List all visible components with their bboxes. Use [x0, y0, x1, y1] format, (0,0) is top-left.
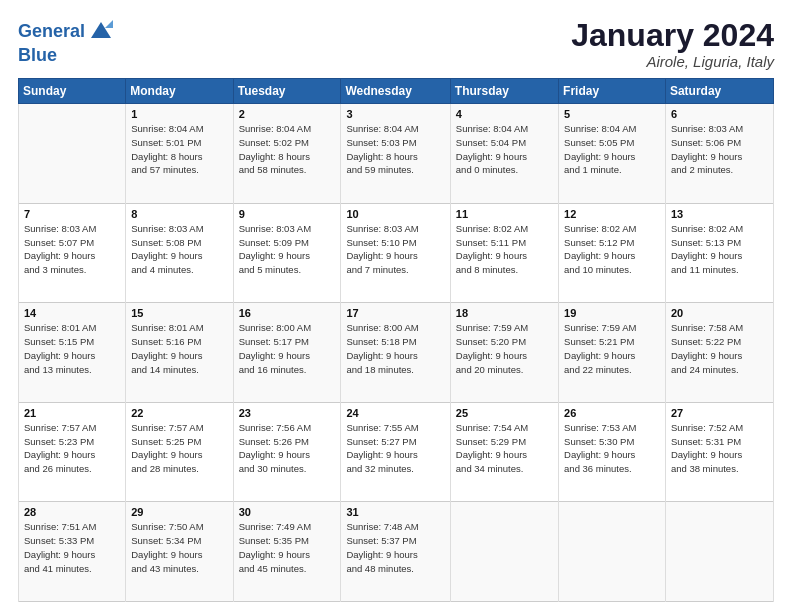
day-info: Sunrise: 8:04 AM Sunset: 5:05 PM Dayligh…: [564, 122, 660, 177]
day-info: Sunrise: 8:01 AM Sunset: 5:16 PM Dayligh…: [131, 321, 227, 376]
day-info: Sunrise: 8:00 AM Sunset: 5:17 PM Dayligh…: [239, 321, 336, 376]
day-number: 17: [346, 307, 444, 319]
day-number: 11: [456, 208, 553, 220]
day-info: Sunrise: 7:52 AM Sunset: 5:31 PM Dayligh…: [671, 421, 768, 476]
day-cell: 14Sunrise: 8:01 AM Sunset: 5:15 PM Dayli…: [19, 303, 126, 403]
day-info: Sunrise: 8:04 AM Sunset: 5:02 PM Dayligh…: [239, 122, 336, 177]
day-cell: 23Sunrise: 7:56 AM Sunset: 5:26 PM Dayli…: [233, 402, 341, 502]
day-number: 31: [346, 506, 444, 518]
day-info: Sunrise: 8:03 AM Sunset: 5:06 PM Dayligh…: [671, 122, 768, 177]
day-number: 21: [24, 407, 120, 419]
day-info: Sunrise: 8:01 AM Sunset: 5:15 PM Dayligh…: [24, 321, 120, 376]
week-row-2: 7Sunrise: 8:03 AM Sunset: 5:07 PM Daylig…: [19, 203, 774, 303]
day-number: 6: [671, 108, 768, 120]
day-info: Sunrise: 8:04 AM Sunset: 5:01 PM Dayligh…: [131, 122, 227, 177]
day-cell: 11Sunrise: 8:02 AM Sunset: 5:11 PM Dayli…: [450, 203, 558, 303]
day-cell: 18Sunrise: 7:59 AM Sunset: 5:20 PM Dayli…: [450, 303, 558, 403]
day-cell: 20Sunrise: 7:58 AM Sunset: 5:22 PM Dayli…: [665, 303, 773, 403]
day-number: 20: [671, 307, 768, 319]
day-number: 30: [239, 506, 336, 518]
week-row-5: 28Sunrise: 7:51 AM Sunset: 5:33 PM Dayli…: [19, 502, 774, 602]
day-number: 19: [564, 307, 660, 319]
day-cell: 21Sunrise: 7:57 AM Sunset: 5:23 PM Dayli…: [19, 402, 126, 502]
day-cell: 5Sunrise: 8:04 AM Sunset: 5:05 PM Daylig…: [559, 104, 666, 204]
col-header-monday: Monday: [126, 79, 233, 104]
day-number: 4: [456, 108, 553, 120]
location-title: Airole, Liguria, Italy: [571, 53, 774, 70]
day-number: 24: [346, 407, 444, 419]
day-cell: 1Sunrise: 8:04 AM Sunset: 5:01 PM Daylig…: [126, 104, 233, 204]
page: General Blue January 2024 Airole, Liguri…: [0, 0, 792, 612]
day-info: Sunrise: 8:04 AM Sunset: 5:03 PM Dayligh…: [346, 122, 444, 177]
day-info: Sunrise: 8:03 AM Sunset: 5:08 PM Dayligh…: [131, 222, 227, 277]
day-number: 8: [131, 208, 227, 220]
logo: General Blue: [18, 18, 115, 66]
day-number: 16: [239, 307, 336, 319]
day-cell: 3Sunrise: 8:04 AM Sunset: 5:03 PM Daylig…: [341, 104, 450, 204]
day-info: Sunrise: 8:02 AM Sunset: 5:13 PM Dayligh…: [671, 222, 768, 277]
day-cell: 31Sunrise: 7:48 AM Sunset: 5:37 PM Dayli…: [341, 502, 450, 602]
header-row: SundayMondayTuesdayWednesdayThursdayFrid…: [19, 79, 774, 104]
day-cell: 22Sunrise: 7:57 AM Sunset: 5:25 PM Dayli…: [126, 402, 233, 502]
day-number: 9: [239, 208, 336, 220]
day-cell: 9Sunrise: 8:03 AM Sunset: 5:09 PM Daylig…: [233, 203, 341, 303]
day-info: Sunrise: 7:53 AM Sunset: 5:30 PM Dayligh…: [564, 421, 660, 476]
day-number: 18: [456, 307, 553, 319]
day-cell: 24Sunrise: 7:55 AM Sunset: 5:27 PM Dayli…: [341, 402, 450, 502]
day-info: Sunrise: 8:02 AM Sunset: 5:11 PM Dayligh…: [456, 222, 553, 277]
day-info: Sunrise: 8:03 AM Sunset: 5:09 PM Dayligh…: [239, 222, 336, 277]
header: General Blue January 2024 Airole, Liguri…: [18, 18, 774, 70]
day-number: 2: [239, 108, 336, 120]
day-number: 25: [456, 407, 553, 419]
day-info: Sunrise: 7:57 AM Sunset: 5:23 PM Dayligh…: [24, 421, 120, 476]
day-number: 12: [564, 208, 660, 220]
day-info: Sunrise: 7:59 AM Sunset: 5:20 PM Dayligh…: [456, 321, 553, 376]
day-info: Sunrise: 7:59 AM Sunset: 5:21 PM Dayligh…: [564, 321, 660, 376]
day-cell: 25Sunrise: 7:54 AM Sunset: 5:29 PM Dayli…: [450, 402, 558, 502]
day-info: Sunrise: 8:00 AM Sunset: 5:18 PM Dayligh…: [346, 321, 444, 376]
day-number: 5: [564, 108, 660, 120]
day-cell: 30Sunrise: 7:49 AM Sunset: 5:35 PM Dayli…: [233, 502, 341, 602]
day-info: Sunrise: 7:48 AM Sunset: 5:37 PM Dayligh…: [346, 520, 444, 575]
day-info: Sunrise: 7:57 AM Sunset: 5:25 PM Dayligh…: [131, 421, 227, 476]
day-number: 29: [131, 506, 227, 518]
day-cell: 28Sunrise: 7:51 AM Sunset: 5:33 PM Dayli…: [19, 502, 126, 602]
day-cell: 19Sunrise: 7:59 AM Sunset: 5:21 PM Dayli…: [559, 303, 666, 403]
day-cell: 17Sunrise: 8:00 AM Sunset: 5:18 PM Dayli…: [341, 303, 450, 403]
day-number: 1: [131, 108, 227, 120]
week-row-1: 1Sunrise: 8:04 AM Sunset: 5:01 PM Daylig…: [19, 104, 774, 204]
day-number: 27: [671, 407, 768, 419]
col-header-sunday: Sunday: [19, 79, 126, 104]
day-number: 7: [24, 208, 120, 220]
col-header-wednesday: Wednesday: [341, 79, 450, 104]
day-info: Sunrise: 8:03 AM Sunset: 5:10 PM Dayligh…: [346, 222, 444, 277]
day-cell: 6Sunrise: 8:03 AM Sunset: 5:06 PM Daylig…: [665, 104, 773, 204]
day-cell: 15Sunrise: 8:01 AM Sunset: 5:16 PM Dayli…: [126, 303, 233, 403]
day-number: 14: [24, 307, 120, 319]
day-info: Sunrise: 7:51 AM Sunset: 5:33 PM Dayligh…: [24, 520, 120, 575]
day-cell: [19, 104, 126, 204]
day-info: Sunrise: 7:55 AM Sunset: 5:27 PM Dayligh…: [346, 421, 444, 476]
day-number: 23: [239, 407, 336, 419]
logo-icon: [87, 18, 115, 46]
day-info: Sunrise: 7:58 AM Sunset: 5:22 PM Dayligh…: [671, 321, 768, 376]
svg-marker-1: [105, 20, 113, 28]
title-block: January 2024 Airole, Liguria, Italy: [571, 18, 774, 70]
week-row-3: 14Sunrise: 8:01 AM Sunset: 5:15 PM Dayli…: [19, 303, 774, 403]
day-cell: 4Sunrise: 8:04 AM Sunset: 5:04 PM Daylig…: [450, 104, 558, 204]
col-header-tuesday: Tuesday: [233, 79, 341, 104]
day-number: 13: [671, 208, 768, 220]
day-cell: 29Sunrise: 7:50 AM Sunset: 5:34 PM Dayli…: [126, 502, 233, 602]
col-header-friday: Friday: [559, 79, 666, 104]
col-header-thursday: Thursday: [450, 79, 558, 104]
day-info: Sunrise: 7:50 AM Sunset: 5:34 PM Dayligh…: [131, 520, 227, 575]
col-header-saturday: Saturday: [665, 79, 773, 104]
day-cell: 26Sunrise: 7:53 AM Sunset: 5:30 PM Dayli…: [559, 402, 666, 502]
month-title: January 2024: [571, 18, 774, 53]
day-cell: 2Sunrise: 8:04 AM Sunset: 5:02 PM Daylig…: [233, 104, 341, 204]
logo-text: General: [18, 22, 85, 42]
day-cell: 7Sunrise: 8:03 AM Sunset: 5:07 PM Daylig…: [19, 203, 126, 303]
day-info: Sunrise: 7:56 AM Sunset: 5:26 PM Dayligh…: [239, 421, 336, 476]
day-info: Sunrise: 7:54 AM Sunset: 5:29 PM Dayligh…: [456, 421, 553, 476]
day-number: 26: [564, 407, 660, 419]
